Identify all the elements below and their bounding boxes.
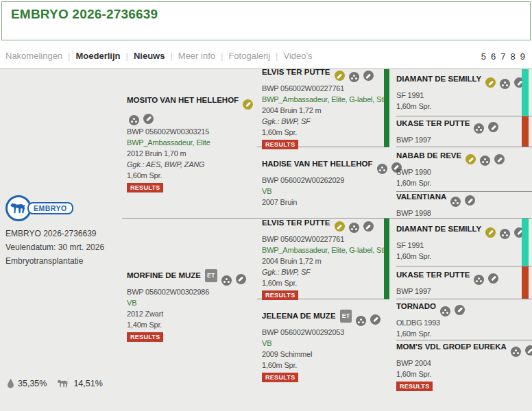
approved-icon[interactable] (243, 99, 253, 110)
progeny-icon[interactable] (440, 306, 450, 316)
pedigree-area: EMBRYO EMBRYO 2026-2736639 Veulendatum: … (0, 69, 532, 411)
tab-nieuws[interactable]: Nieuws (134, 51, 165, 61)
horse-name-link[interactable]: DIAMANT DE SEMILLY (396, 225, 481, 233)
edit-icon[interactable] (236, 274, 246, 284)
edit-icon[interactable] (525, 345, 532, 356)
progeny-icon[interactable] (511, 347, 521, 357)
edit-icon[interactable] (370, 314, 380, 325)
generation-link-6[interactable]: 6 (491, 51, 496, 62)
birth-info: 2004 Bruin 1,72 m (262, 105, 384, 116)
edit-icon[interactable] (488, 273, 498, 284)
horse-name-link[interactable]: MORFINE DE MUZE (127, 271, 201, 279)
horse-name-link[interactable]: HADISE VAN HET HELLEHOF (262, 160, 372, 168)
progeny-icon[interactable] (356, 316, 366, 326)
results-badge[interactable]: RESULTS (396, 382, 433, 391)
tab-fotogalerij[interactable]: Fotogalerij (228, 51, 270, 61)
predicates: VB (262, 186, 384, 197)
embryo-logo: EMBRYO (5, 195, 104, 221)
blood-drop-icon (7, 379, 14, 388)
predicates: VB (127, 297, 246, 308)
et-badge: ET (205, 269, 217, 282)
divider-line (381, 218, 398, 219)
tab-separator (276, 51, 278, 61)
dam-line-group: NABAB DE REVE BWP 1990 1,60m Spr. VALENT… (384, 147, 532, 219)
progeny-icon[interactable] (480, 155, 490, 166)
horse-name-link[interactable]: UKASE TER PUTTE (396, 119, 470, 127)
generation-link-5[interactable]: 5 (481, 51, 486, 62)
results-badge[interactable]: RESULTS (127, 332, 163, 342)
progeny-icon[interactable] (500, 79, 510, 89)
page-header: EMBRYO 2026-2736639 (1, 1, 531, 40)
edit-icon[interactable] (363, 221, 374, 232)
progeny-icon[interactable] (129, 115, 139, 125)
sport-level: 1,60m Spr. (396, 369, 532, 379)
approvals: Ggk.: AES, BWP, ZANG (127, 159, 257, 170)
horse-name-link[interactable]: NABAB DE REVE (396, 151, 461, 160)
generation-link-7[interactable]: 7 (500, 51, 505, 62)
horse-name-link[interactable]: MOM'S VDL GROEP EUREKA (396, 342, 507, 351)
edit-icon[interactable] (455, 305, 465, 315)
subject-column: EMBRYO EMBRYO 2026-2736639 Veulendatum: … (0, 69, 122, 392)
sport-level: 1,60m Spr. (262, 360, 384, 371)
results-badge[interactable]: RESULTS (127, 183, 163, 192)
progeny-icon[interactable] (450, 197, 461, 207)
edit-icon[interactable] (363, 71, 374, 81)
horse-name-link[interactable]: ELVIS TER PUTTE (262, 68, 330, 76)
horse-name-link[interactable]: ELVIS TER PUTTE (262, 219, 330, 227)
subject-name: EMBRYO 2026-2736639 (5, 229, 104, 238)
edit-icon[interactable] (488, 122, 498, 132)
results-badge[interactable]: RESULTS (262, 290, 298, 300)
pedigree-cell-elvis: ELVIS TER PUTTE BWP 056002W00227761 BWP_… (262, 217, 384, 300)
registration-number: BWP 056002W00227761 (262, 83, 384, 94)
tab-nakomelingen[interactable]: Nakomelingen (5, 51, 62, 61)
tab-separator (221, 51, 223, 61)
horse-name-link[interactable]: JELEENA DE MUZE (262, 312, 336, 320)
generation-link-9[interactable]: 9 (520, 51, 525, 62)
horse-name-link[interactable]: TORNADO (396, 302, 436, 310)
approved-icon[interactable] (335, 71, 345, 81)
slot-diamant-2: DIAMANT DE SEMILLY SF 1991 1,60m Spr. (396, 219, 532, 266)
pedigree-cell-elvis: ELVIS TER PUTTE BWP 056002W00227761 BWP_… (262, 66, 384, 149)
progeny-icon[interactable] (349, 72, 359, 82)
pedigree-cell-ukase: UKASE TER PUTTE BWP 1997 (396, 118, 532, 145)
horse-icon (56, 379, 70, 388)
sport-level: 1,60m Spr. (262, 127, 384, 138)
results-badge[interactable]: RESULTS (262, 373, 298, 382)
approved-icon[interactable] (466, 154, 476, 164)
registration-number: BWP 2004 (396, 358, 532, 369)
generation-link-8[interactable]: 8 (511, 51, 516, 62)
horse-name-link[interactable]: VALENTIANA (396, 192, 446, 201)
edit-icon[interactable] (143, 114, 154, 124)
dam-line-group: TORNADO OLDBG 1993 1,60m Spr. MOM'S VDL … (384, 299, 532, 392)
progeny-icon[interactable] (349, 223, 359, 233)
approved-icon[interactable] (485, 77, 496, 88)
blood-percentage: 35,35% (18, 379, 47, 388)
slot-hadise: HADISE VAN HET HELLEHOF BWP 056002W00262… (257, 147, 384, 219)
registration-number: BWP 1998 (396, 208, 532, 219)
edit-icon[interactable] (465, 195, 475, 206)
approved-icon[interactable] (335, 221, 345, 232)
progeny-icon[interactable] (221, 275, 232, 286)
horse-name-link[interactable]: DIAMANT DE SEMILLY (396, 75, 481, 83)
tab-meer-info[interactable]: Meer info (178, 51, 215, 61)
slot-nabab: NABAB DE REVE BWP 1990 1,60m Spr. (396, 147, 532, 192)
tab-videos[interactable]: Video's (284, 51, 313, 61)
horse-name-link[interactable]: UKASE TER PUTTE (396, 271, 470, 279)
registration-number: BWP 056002W00227761 (262, 234, 384, 245)
progeny-icon[interactable] (474, 123, 484, 134)
pedigree-cell-jeleena: JELEENA DE MUZE ET BWP 056002W00292053 V… (262, 310, 384, 382)
edit-icon[interactable] (494, 154, 505, 164)
progeny-icon[interactable] (474, 275, 484, 285)
registration-number: BWP 1997 (396, 286, 532, 297)
slot-jeleena: JELEENA DE MUZE ET BWP 056002W00292053 V… (257, 299, 384, 392)
tab-moederlijn[interactable]: Moederlijn (76, 51, 121, 61)
tab-separator (170, 51, 172, 61)
subject-info: EMBRYO EMBRYO 2026-2736639 Veulendatum: … (5, 195, 104, 266)
color-bar-orange (522, 266, 529, 299)
progeny-icon[interactable] (500, 229, 510, 239)
horse-name-link[interactable]: MOSITO VAN HET HELLEHOF (127, 96, 239, 104)
approved-icon[interactable] (485, 227, 496, 238)
sport-level: 1,60m Spr. (396, 101, 532, 112)
birth-info: 2012 Zwart (127, 308, 246, 319)
predicates: VB (262, 338, 384, 349)
